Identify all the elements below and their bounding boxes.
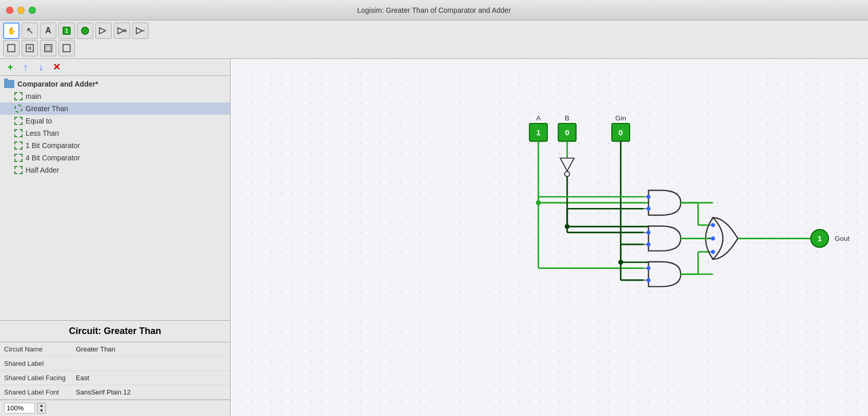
hand-tool[interactable]: ✋ [3, 23, 19, 39]
svg-point-41 [647, 206, 651, 211]
svg-marker-4 [118, 28, 124, 34]
action-buttons: + ↑ ↓ ✕ [0, 59, 230, 76]
zoom-up-button[interactable]: ▲ [37, 403, 46, 408]
main-area: + ↑ ↓ ✕ Comparator and Adder* main Great… [0, 59, 868, 416]
svg-point-51 [647, 278, 651, 282]
svg-rect-8 [8, 45, 15, 52]
add-circuit-button[interactable]: + [4, 61, 16, 73]
svg-text:B: B [565, 114, 569, 122]
svg-rect-11 [45, 45, 52, 52]
add-pin-green-tool[interactable]: 1 [58, 23, 75, 39]
svg-text:1: 1 [536, 128, 541, 137]
info-value-facing: East [76, 374, 89, 382]
svg-point-2 [81, 27, 89, 34]
window-controls [6, 7, 36, 14]
info-label-font: Shared Label Font [4, 388, 76, 396]
subcircuit-add-tool[interactable] [40, 40, 56, 56]
folder-icon [4, 80, 14, 88]
project-name: Comparator and Adder* [17, 80, 98, 88]
toolbar: ✋ ↖ A 1 [0, 20, 868, 59]
gate-arrow-tool[interactable] [132, 23, 149, 39]
svg-point-10 [28, 47, 31, 50]
move-up-button[interactable]: ↑ [19, 61, 32, 73]
circuit-item-less-than[interactable]: Less Than [0, 127, 230, 139]
zoom-bar: 100% ▲ ▼ [0, 400, 230, 416]
svg-rect-16 [237, 59, 862, 416]
info-label-facing: Shared Label Facing [4, 374, 76, 382]
svg-rect-12 [46, 46, 50, 50]
close-button[interactable] [6, 7, 13, 14]
info-label-name: Circuit Name [4, 345, 76, 353]
svg-point-69 [711, 237, 715, 241]
circuit-icon-greater-than [14, 105, 23, 113]
wiring-tool[interactable] [22, 40, 38, 56]
circuit-label-greater-than: Greater Than [26, 105, 68, 113]
circuit-icon-half-adder [14, 166, 23, 174]
info-value-name: Greater Than [76, 345, 115, 353]
move-down-button[interactable]: ↓ [35, 61, 47, 73]
toolbar-row-2 [3, 40, 865, 56]
svg-point-5 [124, 30, 126, 32]
select-tool[interactable]: ↖ [22, 23, 38, 39]
circuit-icon-equal-to [14, 117, 23, 125]
svg-text:0: 0 [565, 128, 570, 137]
circuit-item-half-adder[interactable]: Half Adder [0, 164, 230, 176]
canvas-area[interactable]: 1 A 0 B 0 Gin [231, 59, 868, 416]
svg-point-40 [647, 195, 651, 199]
circuit-item-greater-than[interactable]: Greater Than [0, 102, 230, 115]
info-row-shared-font: Shared Label Font SansSerif Plain 12 [0, 385, 230, 400]
info-value-font: SansSerif Plain 12 [76, 388, 131, 396]
circuit-label-less-than: Less Than [26, 129, 59, 137]
svg-rect-13 [63, 45, 70, 52]
circuit-tree[interactable]: Comparator and Adder* main Greater Than … [0, 76, 230, 321]
svg-point-45 [647, 231, 651, 235]
sidebar: + ↑ ↓ ✕ Comparator and Adder* main Great… [0, 59, 231, 416]
circuit-icon-4bit [14, 154, 23, 162]
svg-text:Gout: Gout [835, 235, 850, 242]
svg-point-70 [711, 250, 715, 254]
info-row-shared-facing: Shared Label Facing East [0, 371, 230, 385]
toolbar-row-1: ✋ ↖ A 1 [3, 23, 865, 39]
svg-point-46 [647, 242, 651, 246]
info-row-shared-label: Shared Label [0, 357, 230, 371]
title-bar: Logisim: Greater Than of Comparator and … [0, 0, 868, 20]
remove-circuit-button[interactable]: ✕ [50, 61, 63, 73]
text-tool[interactable]: A [40, 23, 56, 39]
gate-buffer-tool[interactable] [95, 23, 112, 39]
info-row-name: Circuit Name Greater Than [0, 342, 230, 357]
circuit-item-4bit-comparator[interactable]: 4 Bit Comparator [0, 152, 230, 164]
svg-text:0: 0 [618, 128, 623, 137]
svg-point-50 [647, 266, 651, 271]
circuit-item-equal-to[interactable]: Equal to [0, 115, 230, 127]
circuit-item-main[interactable]: main [0, 90, 230, 102]
zoom-input[interactable]: 100% [4, 403, 35, 413]
svg-text:1: 1 [817, 234, 822, 243]
circuit-info-panel: Circuit: Greater Than Circuit Name Great… [0, 321, 230, 400]
circuit-item-1bit-comparator[interactable]: 1 Bit Comparator [0, 139, 230, 152]
window-title: Logisim: Greater Than of Comparator and … [357, 6, 511, 14]
svg-text:1: 1 [65, 28, 68, 34]
add-pin-round-tool[interactable] [77, 23, 93, 39]
minimize-button[interactable] [17, 7, 25, 14]
app-content: ✋ ↖ A 1 [0, 20, 868, 416]
svg-text:Gin: Gin [615, 114, 626, 122]
svg-point-68 [711, 223, 715, 227]
circuit-label-4bit: 4 Bit Comparator [26, 154, 80, 162]
circuit-icon-less-than [14, 129, 23, 137]
maximize-button[interactable] [29, 7, 36, 14]
circuit-icon-1bit [14, 141, 23, 150]
svg-text:A: A [536, 114, 541, 122]
circuit-label-main: main [26, 92, 41, 100]
gate-not-tool[interactable] [114, 23, 130, 39]
circuit-diagram: 1 A 0 B 0 Gin [231, 59, 868, 416]
circuit-label-half-adder: Half Adder [26, 166, 59, 174]
info-label-shared: Shared Label [4, 360, 76, 367]
zoom-down-button[interactable]: ▼ [37, 408, 46, 413]
project-header: Comparator and Adder* [0, 78, 230, 90]
zoom-spinner: ▲ ▼ [37, 403, 46, 414]
label-add-tool[interactable] [58, 40, 75, 56]
svg-marker-6 [136, 28, 142, 34]
circuit-label-equal-to: Equal to [26, 117, 52, 125]
circuit-icon-main [14, 92, 23, 100]
edit-region-tool[interactable] [3, 40, 19, 56]
